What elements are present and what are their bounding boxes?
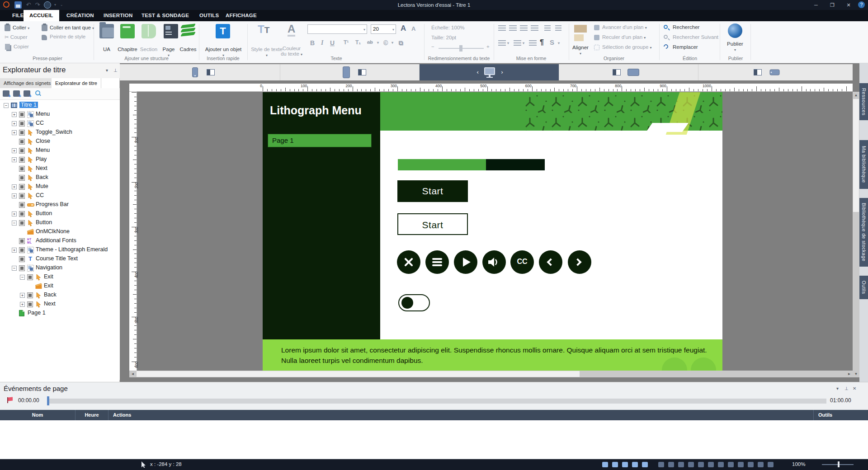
tree-item-label[interactable]: Exit bbox=[44, 273, 53, 280]
side-tab-ressources[interactable]: Ressources bbox=[859, 83, 868, 120]
chapter-icon[interactable] bbox=[120, 24, 135, 38]
slide-title-text[interactable]: Lithograph Menu bbox=[270, 104, 362, 117]
tree-item-titre-1[interactable]: −Titre 1 bbox=[0, 101, 120, 110]
tree-item-label[interactable]: OnMClkNone bbox=[36, 228, 70, 235]
spacing-icon[interactable] bbox=[768, 462, 774, 467]
play-media-button[interactable] bbox=[454, 250, 477, 274]
column-heure[interactable]: Heure bbox=[75, 410, 108, 420]
expand-icon[interactable]: + bbox=[12, 112, 17, 117]
tree-item-label[interactable]: Back bbox=[44, 291, 57, 298]
tree-item-label[interactable]: Course Title Text bbox=[36, 255, 78, 262]
find-icon[interactable] bbox=[664, 25, 668, 29]
events-close-icon[interactable]: ✕ bbox=[853, 386, 856, 391]
tree-item-label[interactable]: CC bbox=[36, 192, 44, 198]
device-mode-tablet-portrait[interactable] bbox=[280, 64, 420, 80]
align-objects-icon2[interactable] bbox=[574, 34, 584, 41]
column-nom[interactable]: Nom bbox=[0, 410, 75, 420]
distribute-horizontal-icon[interactable] bbox=[718, 462, 724, 467]
tree-item-toggle-switch[interactable]: +Toggle_Switch bbox=[0, 128, 120, 137]
scale-slider-thumb[interactable] bbox=[459, 45, 462, 52]
preview-browser-icon[interactable] bbox=[642, 462, 648, 467]
slide-progress-bar[interactable] bbox=[398, 159, 545, 170]
object-state-box[interactable] bbox=[19, 247, 25, 253]
search-tree-icon[interactable] bbox=[35, 90, 40, 95]
side-tab-ma-biblioth-que[interactable]: Ma bibliothèque bbox=[859, 140, 868, 189]
frames-icon[interactable] bbox=[181, 24, 195, 38]
slide-title-block[interactable]: Lithograph Menu bbox=[263, 92, 380, 131]
edit-mode-icon[interactable] bbox=[602, 462, 608, 467]
align-objects-icon[interactable] bbox=[574, 25, 587, 33]
expand-icon[interactable]: + bbox=[12, 193, 17, 198]
maximize-button[interactable]: ❐ bbox=[825, 0, 840, 10]
paste-button[interactable]: Coller ▾ bbox=[13, 25, 29, 30]
cc-media-button[interactable]: CC bbox=[510, 250, 534, 274]
object-state-box[interactable] bbox=[19, 157, 25, 163]
device-mode-desktop[interactable]: ‹ › bbox=[420, 64, 559, 80]
timeline-playhead[interactable] bbox=[47, 396, 49, 405]
object-state-box[interactable] bbox=[19, 166, 25, 172]
paste-icon[interactable] bbox=[5, 24, 10, 31]
tree-item-label[interactable]: Menu bbox=[36, 147, 50, 153]
add-object-icon[interactable]: T bbox=[216, 24, 230, 38]
publish-icon[interactable] bbox=[728, 24, 742, 38]
object-state-box[interactable] bbox=[27, 274, 33, 280]
tree-item-next[interactable]: +Next bbox=[0, 300, 120, 309]
add-section-icon[interactable] bbox=[13, 90, 20, 97]
tree-item-back[interactable]: +Back bbox=[0, 291, 120, 300]
object-state-box[interactable] bbox=[19, 121, 25, 127]
column-actions[interactable]: Actions bbox=[108, 410, 814, 420]
object-state-box[interactable] bbox=[19, 265, 25, 271]
tree-item-label[interactable]: Button bbox=[36, 210, 52, 216]
replace-icon[interactable] bbox=[663, 43, 669, 50]
start-button-outline[interactable]: Start bbox=[397, 213, 468, 235]
font-family-select[interactable]: ▾ bbox=[307, 24, 367, 34]
object-state-box[interactable] bbox=[19, 139, 25, 145]
align-left-icon[interactable] bbox=[658, 462, 664, 467]
device-mode-phone-portrait[interactable] bbox=[120, 64, 280, 80]
close-button[interactable]: ✕ bbox=[841, 0, 856, 10]
scroll-down-icon[interactable]: ▼ bbox=[853, 371, 859, 377]
object-state-box[interactable] bbox=[19, 184, 25, 190]
match-size-icon[interactable] bbox=[758, 462, 764, 467]
tree-item-label[interactable]: Next bbox=[36, 165, 47, 171]
ribbon-tab-test-sondage[interactable]: TEST & SONDAGE bbox=[136, 10, 195, 21]
tree-item-button[interactable]: +Button bbox=[0, 209, 120, 218]
tree-item-cc[interactable]: +CC bbox=[0, 191, 120, 200]
timeline-track[interactable] bbox=[48, 399, 826, 404]
device-next-icon[interactable]: › bbox=[501, 69, 503, 75]
expand-icon[interactable]: + bbox=[12, 148, 17, 153]
slide-menu-item-page1[interactable]: Page 1 bbox=[268, 134, 372, 147]
tree-item-label[interactable]: Additional Fonts bbox=[36, 237, 76, 244]
events-pin-icon[interactable]: ⊥ bbox=[844, 386, 849, 391]
tree-item-exit[interactable]: −Exit bbox=[0, 273, 120, 282]
tree-item-navigation[interactable]: −Navigation bbox=[0, 263, 120, 273]
align-center-icon[interactable] bbox=[668, 462, 674, 467]
help-icon[interactable]: ? bbox=[858, 1, 865, 8]
match-height-icon[interactable] bbox=[748, 462, 754, 467]
publish-button[interactable]: Publier▾ bbox=[722, 41, 748, 52]
tree-item-label[interactable]: Close bbox=[36, 138, 50, 144]
preview-scale-icon[interactable] bbox=[622, 462, 628, 467]
assignable-unit-icon[interactable] bbox=[99, 24, 114, 38]
add-page-icon[interactable] bbox=[24, 90, 30, 97]
object-state-box[interactable] bbox=[19, 193, 25, 199]
collapse-icon[interactable]: − bbox=[20, 275, 25, 280]
zoom-slider-thumb[interactable] bbox=[838, 461, 840, 467]
tree-item-label[interactable]: Back bbox=[36, 174, 48, 180]
horizontal-scroll-thumb[interactable] bbox=[137, 371, 580, 377]
expand-icon[interactable]: + bbox=[20, 293, 25, 298]
vertical-scrollbar[interactable]: ▲ ▼ bbox=[853, 92, 859, 377]
expand-icon[interactable]: + bbox=[12, 184, 17, 189]
device-prev-icon[interactable]: ‹ bbox=[476, 69, 479, 75]
align-bottom-icon[interactable] bbox=[708, 462, 714, 467]
tree-item-label[interactable]: Play bbox=[36, 156, 47, 162]
distribute-vertical-icon[interactable] bbox=[728, 462, 734, 467]
tree-item-close[interactable]: Close bbox=[0, 137, 120, 146]
match-width-icon[interactable] bbox=[738, 462, 744, 467]
vertical-scroll-thumb[interactable] bbox=[853, 99, 859, 212]
panel-menu-icon[interactable]: ▾ bbox=[106, 68, 108, 73]
expand-icon[interactable]: + bbox=[12, 157, 17, 162]
device-mode-tablet-landscape[interactable] bbox=[559, 64, 698, 80]
toggle-switch[interactable] bbox=[398, 294, 430, 311]
replace-button[interactable]: Remplacer bbox=[673, 44, 698, 50]
